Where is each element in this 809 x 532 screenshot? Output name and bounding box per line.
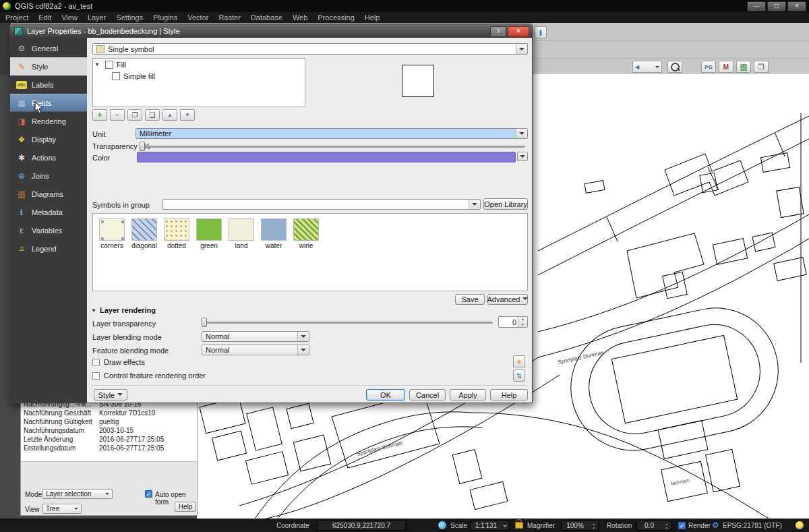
symbol-group-select[interactable] (162, 199, 481, 210)
minimize-button[interactable]: — (747, 1, 766, 11)
navigation-combo[interactable]: ◀ (632, 61, 662, 73)
layer-transparency-slider[interactable] (202, 318, 493, 328)
sidebar-item-metadata[interactable]: ℹ Metadata (10, 203, 87, 221)
mssql-layer-button[interactable]: M (719, 61, 733, 73)
symbol-swatch-diagonal[interactable]: diagonal (130, 218, 158, 249)
move-up-button[interactable]: ▲ (162, 109, 177, 121)
symbol-swatch-land[interactable]: land (227, 218, 256, 249)
menu-item-raster[interactable]: Raster (218, 13, 240, 22)
menu-item-view[interactable]: View (61, 13, 78, 22)
spin-arrows-icon[interactable]: ▲▼ (663, 522, 670, 529)
dialog-titlebar[interactable]: Layer Properties - bb_bodenbedeckung | S… (10, 24, 532, 38)
auto-open-form-checkbox[interactable] (145, 490, 152, 498)
symbol-tree-child-row[interactable]: Simple fill (93, 70, 305, 82)
dialog-help-button[interactable]: ? (490, 26, 506, 37)
coordinate-input[interactable]: 625030.9,221720.7 (317, 521, 406, 531)
identify-attribute-table[interactable]: Nachführungsg...-Ink... SN-306 10-16 Nac… (21, 397, 197, 462)
layer-rendering-section-header[interactable]: ▼ Layer rendering (91, 306, 156, 314)
menu-item-layer[interactable]: Layer (88, 13, 107, 22)
menu-item-settings[interactable]: Settings (116, 13, 143, 22)
symbol-layer-tree[interactable]: ▾ Fill Simple fill (92, 58, 305, 107)
table-row[interactable]: Nachführung Gültigkeit gueltig (21, 417, 197, 426)
sidebar-item-diagrams[interactable]: ▥ Diagrams (10, 185, 87, 203)
color-dropdown-button[interactable] (517, 152, 528, 161)
zoom-button[interactable] (667, 61, 682, 73)
render-toggle[interactable]: Render (678, 519, 711, 532)
sidebar-item-variables[interactable]: ε Variables (10, 221, 87, 239)
move-down-button[interactable]: ▼ (180, 109, 195, 121)
table-row[interactable]: Erstellungsdatum 2016-06-27T17:25:05 (21, 444, 197, 452)
crs-status-button[interactable]: EPSG:21781 (OTF) (723, 519, 782, 532)
table-row[interactable]: Letzte Änderung 2016-06-27T17:25:05 (21, 435, 197, 444)
crs-gear-icon[interactable]: ⚙ (712, 519, 719, 532)
unit-select[interactable]: Millimeter (136, 128, 528, 139)
remove-symbol-layer-button[interactable]: − (110, 109, 125, 121)
cancel-button[interactable]: Cancel (409, 389, 446, 401)
sidebar-item-labels[interactable]: abc Labels (10, 76, 87, 94)
symbol-tree-root-row[interactable]: ▾ Fill (93, 59, 305, 70)
sidebar-item-legend[interactable]: ≡ Legend (10, 239, 87, 258)
menu-item-plugins[interactable]: Plugins (153, 13, 177, 22)
spin-arrows-icon[interactable]: ▲▼ (518, 317, 527, 327)
identify-features-button[interactable]: ℹ (535, 26, 547, 38)
sidebar-item-rendering[interactable]: ◨ Rendering (10, 112, 87, 130)
postgis-layer-button[interactable]: PG (701, 61, 716, 73)
layer-blending-mode-select[interactable]: Normal (202, 331, 309, 342)
color-button[interactable] (137, 152, 516, 162)
define-order-button[interactable]: ⇅ (513, 370, 525, 382)
feature-blending-mode-select[interactable]: Normal (202, 345, 309, 355)
dialog-close-button[interactable]: ✕ (508, 26, 529, 37)
sidebar-item-joins[interactable]: ⊕ Joins (10, 167, 87, 185)
lock-scale-icon[interactable] (515, 519, 523, 532)
table-row[interactable]: Nachführung Geschäft Korrektur 7D1cs10 (21, 409, 197, 417)
sidebar-item-general[interactable]: ⚙ General (10, 39, 87, 57)
maximize-button[interactable]: ▢ (767, 1, 786, 11)
advanced-button[interactable]: Advanced (487, 294, 528, 305)
symbol-swatch-wine[interactable]: wine (292, 218, 320, 249)
sidebar-item-fields[interactable]: ▦ Fields (10, 94, 87, 112)
add-symbol-layer-button[interactable]: + (92, 109, 107, 121)
virtual-layer-button[interactable]: ▦ (736, 61, 751, 73)
apply-button[interactable]: Apply (450, 389, 486, 401)
identify-help-button[interactable]: Help (175, 502, 196, 512)
customize-effects-button[interactable]: ★ (513, 355, 525, 367)
menu-item-help[interactable]: Help (365, 13, 380, 22)
menu-item-edit[interactable]: Edit (38, 13, 51, 22)
ok-button[interactable]: OK (366, 389, 405, 401)
menu-item-web[interactable]: Web (293, 13, 307, 22)
tracking-icon[interactable] (438, 519, 446, 532)
copy-style-button[interactable]: ❐ (754, 61, 769, 73)
magnifier-spinbox[interactable]: 100%▲▼ (561, 521, 599, 531)
sidebar-item-display[interactable]: ❖ Display (10, 130, 87, 148)
slider-handle[interactable] (140, 142, 145, 151)
menu-item-processing[interactable]: Processing (318, 13, 354, 22)
renderer-type-select[interactable]: Single symbol (92, 43, 528, 55)
lock-color-button[interactable]: ❑ (145, 109, 160, 121)
save-symbol-button[interactable]: Save (455, 294, 485, 305)
menu-item-database[interactable]: Database (251, 13, 282, 22)
table-row[interactable]: Nachführungsdatum 2003-10-15 (21, 426, 197, 435)
sidebar-item-style[interactable]: ✎ Style (10, 57, 87, 76)
scale-select[interactable]: 1:1'131 (471, 521, 510, 531)
symbol-swatch-water[interactable]: water (260, 218, 288, 249)
rotation-spinbox[interactable]: 0.0▲▼ (636, 521, 671, 531)
draw-effects-checkbox[interactable] (92, 359, 100, 366)
symbol-swatch-dotted[interactable]: dotted (162, 218, 191, 249)
control-rendering-order-checkbox[interactable] (92, 372, 100, 380)
sidebar-item-actions[interactable]: ✱ Actions (10, 148, 87, 167)
duplicate-symbol-layer-button[interactable]: ❐ (127, 109, 142, 121)
transparency-slider[interactable] (140, 142, 525, 152)
view-select[interactable]: Tree (42, 504, 82, 514)
open-library-button[interactable]: Open Library (483, 198, 528, 210)
close-button[interactable]: ✕ (787, 1, 806, 11)
spin-arrows-icon[interactable]: ▲▼ (591, 522, 597, 529)
mode-select[interactable]: Layer selection (42, 489, 113, 499)
menu-item-vector[interactable]: Vector (187, 13, 208, 22)
symbol-list[interactable]: corners diagonal dotted green (92, 213, 528, 291)
slider-handle[interactable] (202, 318, 207, 327)
log-messages-icon[interactable] (796, 519, 804, 532)
menu-item-project[interactable]: Project (5, 13, 28, 22)
help-button[interactable]: Help (490, 389, 528, 401)
layer-transparency-spinbox[interactable]: 0 ▲▼ (498, 316, 528, 328)
symbol-swatch-green[interactable]: green (195, 218, 223, 249)
